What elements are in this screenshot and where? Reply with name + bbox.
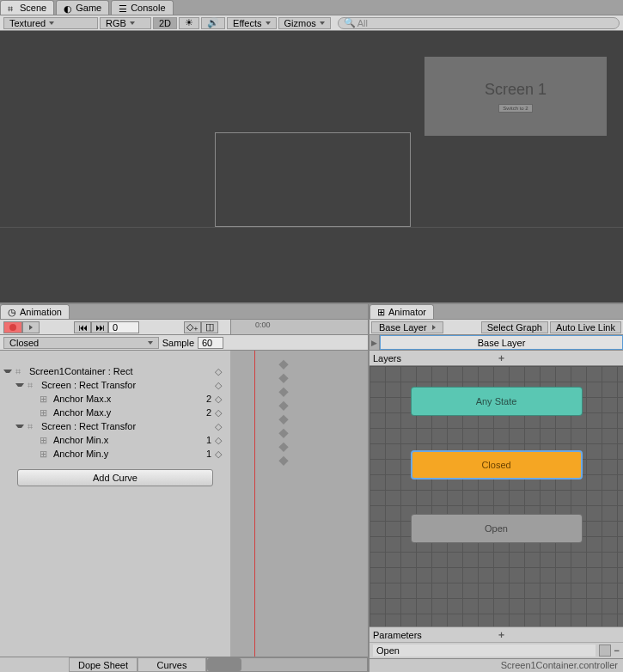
select-graph-button[interactable]: Select Graph xyxy=(481,321,548,333)
mode-2d-button[interactable]: 2D xyxy=(153,17,177,29)
shading-dropdown[interactable]: Textured xyxy=(3,17,98,29)
animation-panel: ◷ Animation ⏮ ⏭ ◇₊ ◫ 0:00 xyxy=(0,304,370,672)
key-icon[interactable]: ◇ xyxy=(215,449,227,460)
keyframe[interactable] xyxy=(278,429,288,438)
parameters-box: Parameters ＋ Open − xyxy=(370,626,623,658)
prop-row-transform-2[interactable]: ⌗ Screen : Rect Transfor ◇ xyxy=(0,419,230,433)
add-curve-button[interactable]: Add Curve xyxy=(17,469,213,486)
keyframe[interactable] xyxy=(278,415,288,425)
tab-animator[interactable]: ⊞ Animator xyxy=(370,304,434,319)
prop-row-anchor-max-y[interactable]: ⊞ Anchor Max.y 2 ◇ xyxy=(0,406,230,419)
audio-toggle[interactable]: 🔊 xyxy=(201,17,225,29)
tab-console[interactable]: ☰ Console xyxy=(111,0,173,15)
remove-parameter-button[interactable]: − xyxy=(614,645,620,656)
sample-rate-input[interactable] xyxy=(198,337,223,349)
event-icon: ◫ xyxy=(205,321,214,333)
parameter-checkbox[interactable] xyxy=(599,645,611,657)
timeline-scrollbar[interactable] xyxy=(206,657,368,672)
prev-keyframe-button[interactable]: ⏮ xyxy=(74,321,91,333)
scene-viewport[interactable]: Screen 1 Switch to 2 xyxy=(0,31,623,302)
selection-rect[interactable] xyxy=(215,132,411,227)
keyframe[interactable] xyxy=(278,360,288,370)
expand-icon[interactable] xyxy=(3,370,12,373)
prop-name: Anchor Min.y xyxy=(53,449,187,459)
animation-footer: Dope Sheet Curves xyxy=(0,657,368,672)
effects-dropdown[interactable]: Effects xyxy=(227,17,276,29)
key-icon[interactable]: ◇ xyxy=(215,421,227,432)
breadcrumb-item[interactable]: Base Layer xyxy=(371,321,443,333)
add-parameter-button[interactable]: ＋ xyxy=(497,628,620,641)
prop-row-container[interactable]: ⌗ Screen1Container : Rect ◇ xyxy=(0,364,230,378)
layer-row[interactable]: ▶ Base Layer xyxy=(370,335,623,351)
render-dropdown[interactable]: RGB xyxy=(100,17,151,29)
ruler-time-label: 0:00 xyxy=(255,321,271,329)
next-key-icon: ⏭ xyxy=(95,322,105,333)
prop-row-anchor-min-x[interactable]: ⊞ Anchor Min.x 1 ◇ xyxy=(0,433,230,447)
parameter-name-input[interactable]: Open xyxy=(373,645,596,657)
property-list: ⌗ Screen1Container : Rect ◇ ⌗ Screen : R… xyxy=(0,351,230,657)
state-open[interactable]: Open xyxy=(411,514,583,543)
diamond-plus-icon: ◇₊ xyxy=(186,321,199,333)
prop-row-transform[interactable]: ⌗ Screen : Rect Transfor ◇ xyxy=(0,378,230,392)
add-event-button[interactable]: ◫ xyxy=(201,321,218,333)
prop-name: Anchor Max.y xyxy=(53,407,187,418)
keyframe[interactable] xyxy=(278,374,288,383)
animator-icon: ⊞ xyxy=(377,307,385,318)
animator-graph-canvas[interactable]: Any State Closed Open xyxy=(370,366,623,626)
prop-name: Screen : Rect Transfor xyxy=(41,421,211,431)
anchor-icon: ⊞ xyxy=(40,407,50,418)
play-button[interactable] xyxy=(22,321,40,333)
lighting-toggle[interactable]: ☀ xyxy=(179,17,199,29)
layers-title: Layers xyxy=(373,353,497,363)
prop-row-anchor-min-y[interactable]: ⊞ Anchor Min.y 1 ◇ xyxy=(0,447,230,461)
dopesheet-tab[interactable]: Dope Sheet xyxy=(69,657,137,672)
key-icon[interactable]: ◇ xyxy=(215,394,227,405)
keyframe[interactable] xyxy=(278,443,288,452)
timeline-dopesheet[interactable] xyxy=(230,351,368,657)
rect-icon: ⌗ xyxy=(27,380,38,391)
add-keyframe-button[interactable]: ◇₊ xyxy=(184,321,201,333)
screen1-button[interactable]: Switch to 2 xyxy=(498,104,532,113)
keyframe[interactable] xyxy=(278,401,288,411)
anchor-icon: ⊞ xyxy=(40,449,50,460)
gizmos-dropdown[interactable]: Gizmos xyxy=(278,17,331,29)
expand-icon[interactable] xyxy=(15,425,24,428)
expand-icon[interactable] xyxy=(15,383,24,387)
tab-label: Console xyxy=(131,3,165,13)
record-button[interactable] xyxy=(3,321,22,333)
state-closed[interactable]: Closed xyxy=(411,450,583,480)
next-keyframe-button[interactable]: ⏭ xyxy=(91,321,108,333)
scroll-thumb[interactable] xyxy=(207,658,241,671)
animator-toolbar: Base Layer Select Graph Auto Live Link xyxy=(370,320,623,335)
frame-number-input[interactable] xyxy=(108,321,139,333)
keyframe[interactable] xyxy=(278,456,288,466)
clip-dropdown[interactable]: Closed xyxy=(3,337,159,349)
key-icon[interactable]: ◇ xyxy=(215,366,227,377)
keyframe[interactable] xyxy=(278,388,288,397)
main-tab-bar: ⌗ Scene ◐ Game ☰ Console xyxy=(0,0,623,15)
playhead[interactable] xyxy=(254,351,255,657)
curves-tab[interactable]: Curves xyxy=(137,657,206,672)
key-icon[interactable]: ◇ xyxy=(215,407,227,418)
scene-icon: ⌗ xyxy=(8,3,16,12)
tab-game[interactable]: ◐ Game xyxy=(56,0,109,15)
breadcrumb: Base Layer xyxy=(371,321,479,333)
auto-live-link-button[interactable]: Auto Live Link xyxy=(550,321,621,333)
scene-guide-line xyxy=(0,227,623,228)
add-layer-button[interactable]: ＋ xyxy=(497,351,620,364)
timeline-ruler[interactable]: 0:00 xyxy=(230,320,368,335)
tab-scene[interactable]: ⌗ Scene xyxy=(0,0,54,15)
key-icon[interactable]: ◇ xyxy=(215,435,227,446)
prop-row-anchor-max-x[interactable]: ⊞ Anchor Max.x 2 ◇ xyxy=(0,392,230,406)
parameter-row[interactable]: Open − xyxy=(370,643,623,658)
screen1-canvas[interactable]: Screen 1 Switch to 2 xyxy=(424,57,607,136)
prop-value: 2 xyxy=(191,407,211,418)
tab-animation[interactable]: ◷ Animation xyxy=(0,304,70,319)
layer-drag-handle[interactable]: ▶ xyxy=(370,335,380,350)
scene-search-input[interactable]: 🔍 All xyxy=(338,17,620,29)
key-icon[interactable]: ◇ xyxy=(215,380,227,391)
sun-icon: ☀ xyxy=(185,17,193,28)
shading-label: Textured xyxy=(9,18,46,28)
state-any-state[interactable]: Any State xyxy=(411,387,583,416)
breadcrumb-label: Base Layer xyxy=(379,322,427,333)
